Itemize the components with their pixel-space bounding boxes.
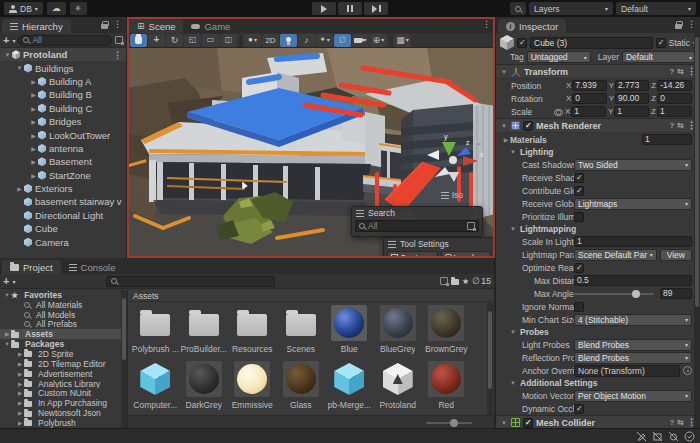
project-tree-item[interactable]: All Models	[0, 310, 121, 320]
project-tree-item[interactable]: Packages	[0, 339, 121, 349]
chevron-down-icon[interactable]	[12, 277, 15, 286]
presets-icon[interactable]	[677, 121, 684, 130]
play-button[interactable]	[312, 2, 336, 15]
project-tree-item[interactable]: Analytics Library	[0, 379, 121, 389]
hamburger-icon[interactable]	[356, 210, 364, 217]
lightmap-params-dropdown[interactable]: Scene Default Par	[574, 249, 657, 261]
hierarchy-search-input[interactable]: All	[18, 35, 112, 46]
kebab-menu-icon[interactable]	[482, 20, 491, 29]
static-checkbox[interactable]	[656, 38, 666, 48]
paint-disabled-icon[interactable]	[636, 431, 647, 442]
optimize-realtime-checkbox[interactable]	[574, 263, 584, 273]
assets-breadcrumb[interactable]: Assets	[128, 290, 494, 302]
min-chart-dropdown[interactable]: 4 (Stitchable)	[574, 314, 692, 326]
scene-viewport[interactable]: y z x Iso Search All Tool Settings	[127, 48, 495, 258]
asset-item[interactable]: pb-Merge...	[326, 359, 373, 415]
rotate-tool-button[interactable]	[166, 34, 183, 47]
foldout-arrow[interactable]	[3, 52, 12, 58]
projection-mode-label[interactable]: Iso	[441, 190, 463, 200]
asset-item[interactable]: BrownGrey	[423, 303, 470, 359]
scale-x-field[interactable]: 1	[571, 106, 606, 117]
project-tree-item[interactable]: Custom NUnit	[0, 388, 121, 398]
scene-picker-icon[interactable]	[115, 36, 123, 44]
help-icon[interactable]	[669, 67, 674, 76]
rect-tool-button[interactable]	[202, 34, 219, 47]
hierarchy-item[interactable]: Directional Light	[0, 209, 126, 222]
tab-console[interactable]: Console	[61, 260, 124, 274]
slider-knob[interactable]	[450, 419, 458, 427]
receive-shadows-checkbox[interactable]	[574, 173, 584, 183]
hierarchy-item[interactable]: Protoland	[0, 48, 126, 61]
create-button[interactable]	[3, 35, 9, 46]
probes-foldout[interactable]: ▼Probes	[496, 326, 700, 338]
position-x-field[interactable]: 7.939	[572, 80, 606, 91]
foldout-arrow[interactable]	[29, 91, 38, 98]
hand-tool-button[interactable]	[130, 34, 147, 47]
help-icon[interactable]	[669, 121, 674, 130]
active-checkbox[interactable]	[517, 38, 527, 48]
foldout-arrow[interactable]	[3, 292, 11, 298]
transform-tool-button[interactable]	[220, 34, 237, 47]
rotation-z-field[interactable]: 0	[657, 93, 692, 104]
position-z-field[interactable]: -14.26	[657, 80, 692, 91]
foldout-arrow[interactable]	[16, 371, 24, 377]
asset-item[interactable]: Glass	[277, 359, 324, 415]
effects-dropdown[interactable]	[316, 34, 333, 47]
anchor-override-field[interactable]: None (Transform)	[574, 365, 680, 377]
presets-icon[interactable]	[677, 67, 684, 76]
foldout-arrow[interactable]	[29, 78, 38, 85]
asset-item[interactable]: BlueGrey	[374, 303, 421, 359]
transform-header[interactable]: ▼ Transform	[496, 64, 700, 79]
asset-item[interactable]: ProBuilder...	[180, 303, 227, 359]
tab-inspector[interactable]: Inspector	[498, 19, 566, 33]
layout-dropdown[interactable]: Default	[616, 2, 696, 15]
tab-hierarchy[interactable]: Hierarchy	[2, 19, 71, 33]
scrollbar-thumb[interactable]	[695, 37, 699, 307]
scale-in-lightmap-field[interactable]: 1	[574, 236, 692, 247]
foldout-arrow[interactable]	[3, 331, 11, 337]
position-y-field[interactable]: 2.773	[615, 80, 649, 91]
asset-item[interactable]: DarkGrey	[180, 359, 227, 415]
project-search-input[interactable]	[106, 276, 275, 287]
prioritize-checkbox[interactable]	[574, 212, 584, 222]
pivot-mode-dropdown[interactable]: Center	[387, 251, 438, 258]
lock-icon[interactable]	[675, 24, 682, 29]
hidden-objects-toggle[interactable]	[334, 34, 351, 47]
component-enabled-checkbox[interactable]	[523, 121, 533, 131]
foldout-arrow[interactable]	[16, 361, 24, 367]
foldout-arrow[interactable]	[29, 118, 38, 125]
asset-item[interactable]: Computer...	[132, 359, 179, 415]
hierarchy-item[interactable]: Exteriors	[0, 182, 126, 195]
asset-item[interactable]: Resources	[229, 303, 276, 359]
scale-z-field[interactable]: 1	[657, 106, 692, 117]
asset-item[interactable]: Emmissive	[229, 359, 276, 415]
orientation-mode-dropdown[interactable]: Local	[441, 251, 492, 258]
kebab-menu-icon[interactable]	[113, 20, 122, 29]
ok-status-icon[interactable]	[684, 431, 695, 442]
scrollbar-thumb[interactable]	[122, 298, 126, 360]
hierarchy-item[interactable]: Buildings	[0, 61, 126, 74]
project-tree-item[interactable]: Newtonsoft Json	[0, 408, 121, 418]
cloud-button[interactable]	[47, 2, 66, 15]
tab-scene[interactable]: Scene	[129, 19, 183, 33]
view-button[interactable]: View	[660, 249, 692, 261]
foldout-arrow[interactable]	[29, 105, 38, 112]
foldout-arrow[interactable]	[3, 341, 11, 347]
hierarchy-item[interactable]: basement stairway v	[0, 195, 126, 208]
step-button[interactable]	[364, 2, 388, 15]
layer-dropdown[interactable]: Default	[622, 51, 696, 63]
asset-item[interactable]: Scenes	[277, 303, 324, 359]
foldout-arrow[interactable]	[16, 400, 24, 406]
lightmapping-foldout[interactable]: ▼Lightmapping	[496, 223, 700, 235]
hierarchy-item[interactable]: Cube	[0, 222, 126, 235]
scrollbar-thumb[interactable]	[488, 311, 492, 389]
hierarchy-item[interactable]: Building B	[0, 88, 126, 101]
max-distance-field[interactable]: 0.5	[574, 275, 692, 286]
asset-item[interactable]: Polybrush ...	[132, 303, 179, 359]
scale-tool-button[interactable]	[184, 34, 201, 47]
rotation-x-field[interactable]: 0	[572, 93, 606, 104]
account-button[interactable]: DB	[4, 2, 43, 15]
max-angle-field[interactable]: 89	[660, 288, 692, 299]
scale-y-field[interactable]: 1	[614, 106, 649, 117]
hierarchy-item[interactable]: antenna	[0, 142, 126, 155]
